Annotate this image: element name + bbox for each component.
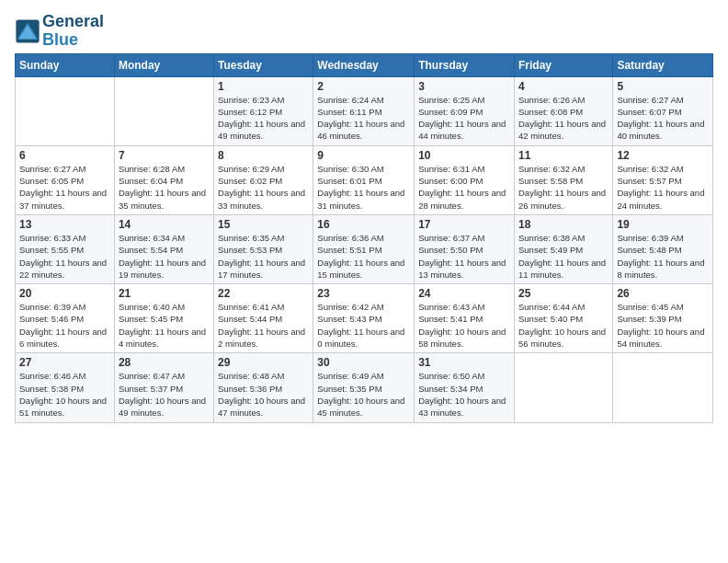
page: General Blue SundayMondayTuesdayWednesda… <box>0 0 728 432</box>
calendar-cell: 19Sunrise: 6:39 AM Sunset: 5:48 PM Dayli… <box>613 214 713 283</box>
calendar-cell <box>114 76 213 145</box>
calendar-cell: 28Sunrise: 6:47 AM Sunset: 5:37 PM Dayli… <box>114 353 213 422</box>
calendar-cell: 25Sunrise: 6:44 AM Sunset: 5:40 PM Dayli… <box>514 284 612 353</box>
calendar-cell: 1Sunrise: 6:23 AM Sunset: 6:12 PM Daylig… <box>214 76 313 145</box>
day-number: 12 <box>617 149 709 162</box>
day-header-saturday: Saturday <box>613 53 713 76</box>
day-number: 20 <box>19 287 110 300</box>
day-number: 27 <box>19 356 110 369</box>
day-info: Sunrise: 6:36 AM Sunset: 5:51 PM Dayligh… <box>317 232 410 281</box>
calendar-body: 1Sunrise: 6:23 AM Sunset: 6:12 PM Daylig… <box>16 76 713 422</box>
day-number: 15 <box>218 218 309 231</box>
day-number: 25 <box>518 287 609 300</box>
week-row-5: 27Sunrise: 6:46 AM Sunset: 5:38 PM Dayli… <box>16 353 713 422</box>
day-number: 6 <box>19 149 110 162</box>
day-info: Sunrise: 6:33 AM Sunset: 5:55 PM Dayligh… <box>19 232 110 281</box>
calendar-cell: 13Sunrise: 6:33 AM Sunset: 5:55 PM Dayli… <box>16 214 115 283</box>
day-info: Sunrise: 6:46 AM Sunset: 5:38 PM Dayligh… <box>19 370 110 419</box>
day-number: 9 <box>317 149 410 162</box>
day-info: Sunrise: 6:31 AM Sunset: 6:00 PM Dayligh… <box>418 163 510 212</box>
day-info: Sunrise: 6:23 AM Sunset: 6:12 PM Dayligh… <box>218 94 309 143</box>
day-info: Sunrise: 6:30 AM Sunset: 6:01 PM Dayligh… <box>317 163 410 212</box>
week-row-3: 13Sunrise: 6:33 AM Sunset: 5:55 PM Dayli… <box>16 214 713 283</box>
day-header-thursday: Thursday <box>415 53 515 76</box>
day-info: Sunrise: 6:50 AM Sunset: 5:34 PM Dayligh… <box>418 370 510 419</box>
day-number: 18 <box>518 218 609 231</box>
calendar-cell: 21Sunrise: 6:40 AM Sunset: 5:45 PM Dayli… <box>114 284 213 353</box>
day-number: 4 <box>518 80 609 93</box>
calendar-cell: 20Sunrise: 6:39 AM Sunset: 5:46 PM Dayli… <box>16 284 115 353</box>
day-number: 26 <box>617 287 709 300</box>
calendar-cell: 6Sunrise: 6:27 AM Sunset: 6:05 PM Daylig… <box>16 145 115 214</box>
day-number: 21 <box>119 287 210 300</box>
day-number: 16 <box>317 218 410 231</box>
day-info: Sunrise: 6:39 AM Sunset: 5:46 PM Dayligh… <box>19 301 110 350</box>
calendar-header: SundayMondayTuesdayWednesdayThursdayFrid… <box>16 53 713 76</box>
calendar-cell: 30Sunrise: 6:49 AM Sunset: 5:35 PM Dayli… <box>313 353 415 422</box>
calendar-cell: 23Sunrise: 6:42 AM Sunset: 5:43 PM Dayli… <box>313 284 415 353</box>
calendar: SundayMondayTuesdayWednesdayThursdayFrid… <box>15 53 713 423</box>
day-info: Sunrise: 6:28 AM Sunset: 6:04 PM Dayligh… <box>119 163 210 212</box>
calendar-cell: 5Sunrise: 6:27 AM Sunset: 6:07 PM Daylig… <box>613 76 713 145</box>
day-info: Sunrise: 6:29 AM Sunset: 6:02 PM Dayligh… <box>218 163 309 212</box>
day-number: 3 <box>418 80 510 93</box>
day-info: Sunrise: 6:39 AM Sunset: 5:48 PM Dayligh… <box>617 232 709 281</box>
calendar-cell: 11Sunrise: 6:32 AM Sunset: 5:58 PM Dayli… <box>514 145 612 214</box>
day-header-tuesday: Tuesday <box>214 53 313 76</box>
logo-icon <box>15 18 40 44</box>
day-info: Sunrise: 6:35 AM Sunset: 5:53 PM Dayligh… <box>218 232 309 281</box>
calendar-cell: 26Sunrise: 6:45 AM Sunset: 5:39 PM Dayli… <box>613 284 713 353</box>
day-info: Sunrise: 6:49 AM Sunset: 5:35 PM Dayligh… <box>317 370 410 419</box>
calendar-cell: 27Sunrise: 6:46 AM Sunset: 5:38 PM Dayli… <box>16 353 115 422</box>
day-number: 10 <box>418 149 510 162</box>
calendar-cell: 17Sunrise: 6:37 AM Sunset: 5:50 PM Dayli… <box>415 214 515 283</box>
day-info: Sunrise: 6:32 AM Sunset: 5:58 PM Dayligh… <box>518 163 609 212</box>
calendar-cell: 31Sunrise: 6:50 AM Sunset: 5:34 PM Dayli… <box>415 353 515 422</box>
day-header-wednesday: Wednesday <box>313 53 415 76</box>
calendar-cell <box>16 76 115 145</box>
day-info: Sunrise: 6:48 AM Sunset: 5:36 PM Dayligh… <box>218 370 309 419</box>
day-number: 22 <box>218 287 309 300</box>
calendar-cell <box>613 353 713 422</box>
calendar-cell: 10Sunrise: 6:31 AM Sunset: 6:00 PM Dayli… <box>415 145 515 214</box>
calendar-cell: 22Sunrise: 6:41 AM Sunset: 5:44 PM Dayli… <box>214 284 313 353</box>
logo-text: General Blue <box>42 13 104 50</box>
calendar-cell: 3Sunrise: 6:25 AM Sunset: 6:09 PM Daylig… <box>415 76 515 145</box>
day-info: Sunrise: 6:34 AM Sunset: 5:54 PM Dayligh… <box>119 232 210 281</box>
day-info: Sunrise: 6:26 AM Sunset: 6:08 PM Dayligh… <box>518 94 609 143</box>
day-number: 5 <box>617 80 709 93</box>
day-info: Sunrise: 6:38 AM Sunset: 5:49 PM Dayligh… <box>518 232 609 281</box>
week-row-2: 6Sunrise: 6:27 AM Sunset: 6:05 PM Daylig… <box>16 145 713 214</box>
calendar-cell: 2Sunrise: 6:24 AM Sunset: 6:11 PM Daylig… <box>313 76 415 145</box>
day-info: Sunrise: 6:27 AM Sunset: 6:07 PM Dayligh… <box>617 94 709 143</box>
week-row-1: 1Sunrise: 6:23 AM Sunset: 6:12 PM Daylig… <box>16 76 713 145</box>
day-info: Sunrise: 6:47 AM Sunset: 5:37 PM Dayligh… <box>119 370 210 419</box>
day-number: 29 <box>218 356 309 369</box>
calendar-cell: 29Sunrise: 6:48 AM Sunset: 5:36 PM Dayli… <box>214 353 313 422</box>
day-number: 24 <box>418 287 510 300</box>
day-number: 23 <box>317 287 410 300</box>
day-number: 14 <box>119 218 210 231</box>
day-info: Sunrise: 6:25 AM Sunset: 6:09 PM Dayligh… <box>418 94 510 143</box>
day-info: Sunrise: 6:41 AM Sunset: 5:44 PM Dayligh… <box>218 301 309 350</box>
day-number: 2 <box>317 80 410 93</box>
day-info: Sunrise: 6:32 AM Sunset: 5:57 PM Dayligh… <box>617 163 709 212</box>
day-header-monday: Monday <box>114 53 213 76</box>
day-number: 19 <box>617 218 709 231</box>
day-info: Sunrise: 6:37 AM Sunset: 5:50 PM Dayligh… <box>418 232 510 281</box>
calendar-cell: 9Sunrise: 6:30 AM Sunset: 6:01 PM Daylig… <box>313 145 415 214</box>
day-number: 30 <box>317 356 410 369</box>
day-number: 17 <box>418 218 510 231</box>
day-number: 11 <box>518 149 609 162</box>
day-number: 8 <box>218 149 309 162</box>
calendar-cell: 15Sunrise: 6:35 AM Sunset: 5:53 PM Dayli… <box>214 214 313 283</box>
day-header-sunday: Sunday <box>16 53 115 76</box>
header: General Blue <box>15 9 713 50</box>
calendar-cell: 24Sunrise: 6:43 AM Sunset: 5:41 PM Dayli… <box>415 284 515 353</box>
day-info: Sunrise: 6:24 AM Sunset: 6:11 PM Dayligh… <box>317 94 410 143</box>
calendar-cell: 7Sunrise: 6:28 AM Sunset: 6:04 PM Daylig… <box>114 145 213 214</box>
calendar-cell: 12Sunrise: 6:32 AM Sunset: 5:57 PM Dayli… <box>613 145 713 214</box>
calendar-cell: 16Sunrise: 6:36 AM Sunset: 5:51 PM Dayli… <box>313 214 415 283</box>
calendar-cell <box>514 353 612 422</box>
day-number: 31 <box>418 356 510 369</box>
